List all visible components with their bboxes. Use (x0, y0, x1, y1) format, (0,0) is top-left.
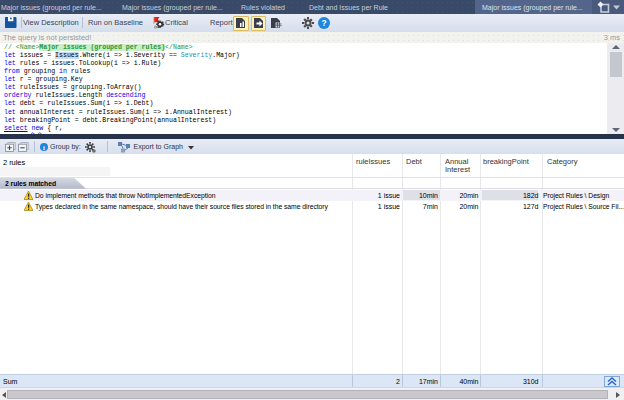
svg-text:i: i (43, 144, 45, 151)
svg-text:?: ? (321, 18, 326, 28)
